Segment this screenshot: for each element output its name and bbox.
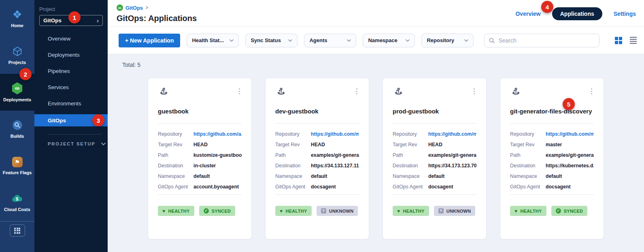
tab-overview[interactable]: Overview [515,11,540,17]
field-value: default [428,173,476,179]
rail-item-home[interactable]: ❖ Home [0,0,34,37]
rail-item-label: Home [11,23,23,28]
application-card[interactable]: prod-guestbook Repository https://github… [383,78,487,239]
field-value: HEAD [311,142,359,147]
application-card[interactable]: dev-guestbook Repository https://github.… [265,78,369,239]
project-setup-label: PROJECT SETUP [48,141,96,146]
sync-badge: UNKNOWN [434,206,476,216]
field-value: https://github.com/m... [546,131,594,137]
project-setup-toggle[interactable]: PROJECT SETUP [48,141,108,146]
card-menu-button[interactable] [472,87,476,96]
field-value: default [311,173,359,179]
card-field-row: Destination https://kubernetes.d... [510,163,594,169]
sidebar-item-environments[interactable]: Environments [34,95,108,111]
sync-badge: SYNCED [551,206,588,216]
card-field-row: Namespace default [393,173,476,179]
rail-item-cloud-costs[interactable]: $ Cloud Costs [0,184,34,221]
card-menu-button[interactable] [237,87,242,96]
field-value: https://kubernetes.d... [546,163,594,169]
field-value: docsagent [428,184,476,190]
filter-sync-status[interactable]: Sync Status [245,34,298,47]
field-label: GitOps Agent [158,184,193,190]
field-value: https://github.com/m... [311,131,359,137]
chevron-down-icon [288,39,292,42]
card-field-row: Repository https://github.com/a... [158,131,242,137]
card-menu-button[interactable] [589,87,594,96]
page-title: GitOps: Applications [117,14,197,23]
field-label: Namespace [158,173,193,179]
chevron-down-icon [464,39,468,42]
sync-icon [438,208,444,214]
cards-grid: guestbook Repository https://github.com/… [108,78,644,239]
svg-text:$: $ [15,196,18,201]
list-view-icon[interactable] [630,37,637,44]
sidebar-item-pipelines[interactable]: Pipelines [34,63,108,79]
application-card[interactable]: guestbook Repository https://github.com/… [148,78,252,239]
sidebar-divider [48,134,101,135]
field-value: in-cluster [193,163,242,169]
app-card-rows: Repository https://github.com/m... Targe… [393,131,476,190]
chevron-down-icon [101,143,106,145]
filter-health-status[interactable]: Health Stat... [187,34,239,47]
content-area: Total: 5 guestbook Repository https://gi… [108,54,644,252]
status-badges: HEALTHY UNKNOWN [275,206,359,216]
field-label: Destination [393,163,428,169]
card-field-row: GitOps Agent docsagent [393,184,476,190]
sidebar-item-gitops[interactable]: GitOps [34,114,108,126]
builds-icon [12,120,23,131]
argo-app-icon [158,87,169,98]
field-label: Repository [275,131,311,137]
chevron-down-icon [406,39,410,42]
rail-item-projects[interactable]: Projects [0,37,34,74]
grid-view-icon[interactable] [615,37,622,44]
filter-repository[interactable]: Repository [421,34,474,47]
field-label: Target Rev [275,142,311,147]
app-window: ❖ Home Projects ∞ Deployments Builds ⚑ F… [0,0,644,252]
application-card[interactable]: git-generator-files-discovery Repository… [500,78,604,239]
sync-icon [321,208,326,214]
status-badges: HEALTHY UNKNOWN [393,206,476,216]
field-label: Path [393,152,428,158]
filter-agents[interactable]: Agents [304,34,356,47]
health-icon [397,209,400,214]
rail-item-deployments[interactable]: ∞ Deployments [0,74,34,111]
tab-applications[interactable]: Applications [552,7,602,20]
deployments-icon: ∞ [12,82,23,94]
field-label: Target Rev [393,142,428,147]
rail-item-label: Feature Flags [3,170,32,175]
card-field-row: Destination https://34.173.123.70 [393,163,476,169]
rail-item-builds[interactable]: Builds [0,111,34,147]
rail-item-feature-flags[interactable]: ⚑ Feature Flags [0,147,34,184]
breadcrumb-separator: > [145,5,148,11]
health-icon [280,209,283,214]
status-badges: HEALTHY SYNCED [510,206,594,216]
rail-item-label: Projects [9,60,26,65]
tab-settings[interactable]: Settings [614,11,636,17]
breadcrumb-link-gitops[interactable]: GitOps [125,5,143,11]
sidebar-item-services[interactable]: Services [34,79,108,95]
app-card-rows: Repository https://github.com/m... Targe… [275,131,359,190]
project-selector[interactable]: GitOps › [39,15,103,26]
search-input[interactable] [498,37,595,44]
filter-namespace[interactable]: Namespace [363,34,415,47]
card-field-row: Path examples/git-genera... [275,152,359,158]
sidebar-item-overview[interactable]: Overview [34,30,108,47]
projects-cube-icon [12,46,23,57]
app-card-title: git-generator-files-discovery [510,108,594,115]
card-field-row: GitOps Agent docsagent [510,184,594,190]
new-application-button[interactable]: + New Application [119,34,180,47]
card-field-row: Target Rev HEAD [393,142,476,147]
field-value: account.byoaagent [193,184,242,190]
app-card-rows: Repository https://github.com/m... Targe… [510,131,594,190]
field-label: Repository [158,131,193,137]
health-badge: HEALTHY [158,206,194,216]
card-menu-button[interactable] [355,87,359,96]
field-label: Namespace [393,173,428,179]
module-switcher-button[interactable] [10,224,25,237]
field-value: docsagent [311,184,359,190]
sidebar-item-deployments[interactable]: Deployments [34,47,108,63]
card-field-row: Target Rev HEAD [275,142,359,147]
rail-item-label: Builds [11,134,24,139]
page-header: ∞ GitOps > GitOps: Applications Overview… [108,0,644,27]
app-card-title: guestbook [158,108,242,115]
